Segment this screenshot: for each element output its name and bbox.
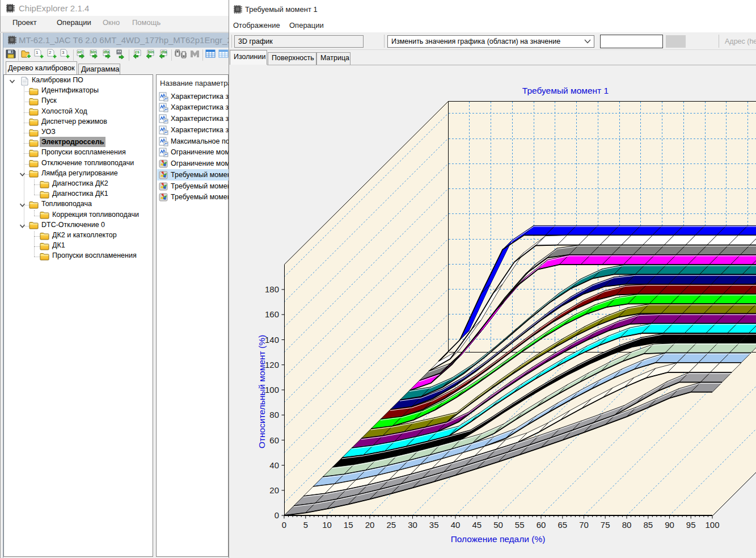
svg-text:120: 120 [265, 360, 279, 370]
svg-text:50: 50 [493, 520, 503, 530]
svg-text:95: 95 [686, 520, 696, 530]
svg-text:100: 100 [265, 385, 279, 395]
svg-text:25: 25 [386, 520, 396, 530]
svg-text:1: 1 [36, 50, 39, 55]
svg-text:5: 5 [303, 520, 308, 530]
svg-text:bin: bin [148, 50, 154, 54]
svg-text:65: 65 [558, 520, 567, 530]
svg-text:75: 75 [601, 520, 610, 530]
svg-text:80: 80 [269, 410, 279, 419]
svg-text:70: 70 [579, 520, 589, 530]
svg-text:0: 0 [282, 520, 286, 530]
svg-text:Относительный момент (%): Относительный момент (%) [257, 335, 267, 448]
svg-text:20: 20 [365, 520, 375, 530]
svg-text:cs: cs [135, 50, 140, 54]
svg-text:3: 3 [62, 50, 65, 55]
svg-text:60: 60 [269, 435, 279, 445]
svg-text:100: 100 [705, 520, 719, 530]
svg-text:30: 30 [408, 520, 417, 530]
svg-text:85: 85 [643, 520, 653, 530]
svg-text:40: 40 [451, 520, 461, 530]
svg-text:45: 45 [472, 520, 482, 530]
svg-text:140: 140 [265, 335, 279, 345]
svg-text:Требуемый момент 1: Требуемый момент 1 [522, 86, 609, 95]
svg-text:180: 180 [265, 284, 279, 294]
svg-text:55: 55 [515, 520, 525, 530]
svg-text:80: 80 [622, 520, 632, 530]
svg-text:0: 0 [274, 510, 279, 520]
svg-text:dta: dta [161, 50, 167, 54]
svg-text:ori: ori [78, 50, 83, 54]
svg-text:Положение педали (%): Положение педали (%) [451, 534, 546, 544]
svg-text:160: 160 [265, 309, 279, 319]
svg-text:35: 35 [429, 520, 439, 530]
svg-text:15: 15 [344, 520, 353, 530]
svg-text:20: 20 [269, 485, 279, 495]
svg-text:2: 2 [49, 50, 52, 55]
svg-text:90: 90 [665, 520, 674, 530]
svg-text:dta: dta [104, 50, 110, 54]
svg-text:60: 60 [537, 520, 546, 530]
svg-text:bin: bin [91, 50, 97, 54]
svg-text:40: 40 [269, 460, 279, 470]
svg-text:10: 10 [322, 520, 332, 530]
